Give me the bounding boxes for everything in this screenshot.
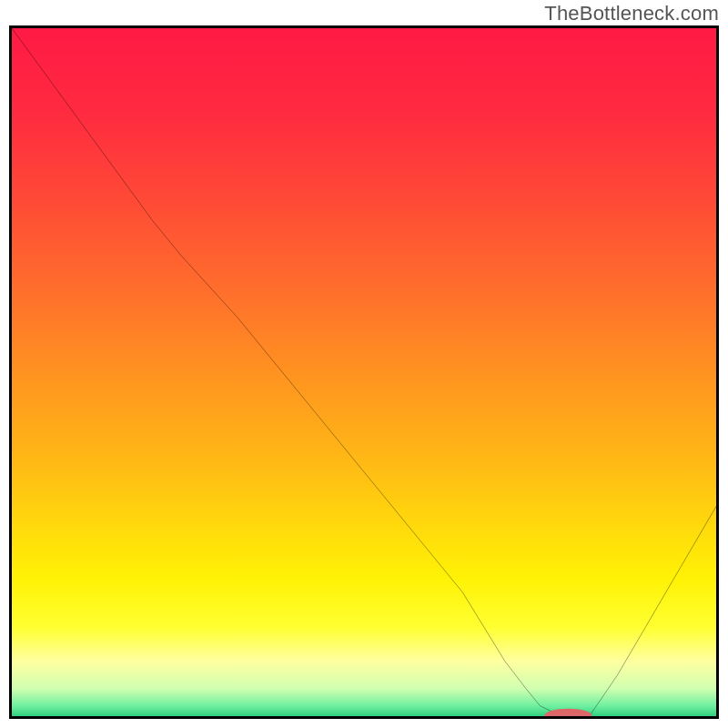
watermark-text: TheBottleneck.com bbox=[544, 2, 719, 25]
plot-svg bbox=[12, 28, 716, 716]
plot-frame bbox=[9, 25, 719, 719]
chart-container: TheBottleneck.com bbox=[0, 0, 728, 728]
gradient-background bbox=[12, 28, 716, 716]
